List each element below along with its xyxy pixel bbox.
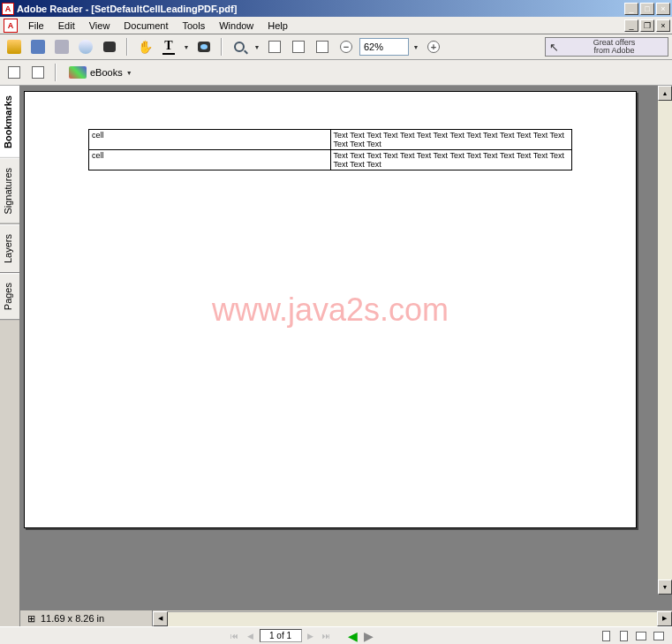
chevron-down-icon: ▼ [413, 44, 419, 50]
fit-page-icon [292, 41, 305, 53]
separator [55, 64, 57, 81]
actual-size-button[interactable] [264, 36, 285, 57]
zoom-in-button[interactable]: + [423, 36, 444, 57]
zoom-level-dropdown[interactable]: ▼ [412, 44, 420, 50]
horizontal-scrollbar-row: ⊞ 11.69 x 8.26 in ◀ ▶ [20, 610, 672, 626]
sidebar-tab-bookmarks[interactable]: Bookmarks [0, 86, 19, 158]
magnifier-icon [234, 42, 245, 52]
separator [221, 38, 223, 56]
sidebar-tab-layers[interactable]: Layers [0, 224, 19, 273]
select-dropdown[interactable]: ▼ [182, 44, 191, 50]
page-dimensions: 11.69 x 8.26 in [41, 613, 104, 624]
plus-icon: + [427, 41, 440, 53]
open-icon [7, 40, 21, 54]
page-navigation: ⏮ ◀ 1 of 1 ▶ ⏭ ◀ ▶ [228, 629, 376, 643]
document-viewport[interactable]: cell Text Text Text Text Text Text Text … [20, 86, 672, 610]
first-page-button[interactable]: ⏮ [228, 629, 242, 643]
binoculars-icon [103, 42, 116, 52]
ebooks-label: eBooks [90, 67, 123, 78]
horizontal-scrollbar[interactable]: ◀ ▶ [153, 611, 672, 626]
menu-edit[interactable]: Edit [51, 19, 82, 33]
grid-icon: ⊞ [27, 613, 35, 625]
actual-size-icon [268, 41, 281, 53]
facing-view-button[interactable] [633, 629, 649, 643]
save-icon [31, 40, 45, 54]
nav-tool-button-2[interactable] [27, 62, 49, 83]
continuous-icon [620, 631, 628, 641]
camera-icon [198, 42, 210, 52]
vertical-scrollbar[interactable]: ▲ ▼ [657, 86, 672, 595]
view-mode-buttons [598, 629, 667, 643]
menu-view[interactable]: View [82, 19, 117, 33]
zoom-out-button[interactable]: − [336, 36, 357, 57]
search-button[interactable] [99, 36, 120, 57]
toolbar-main: ✋ T ▼ ▼ − 62% ▼ + ↖ Great offers from Ad… [0, 34, 672, 60]
page-icon [8, 66, 20, 79]
continuous-facing-view-button[interactable] [651, 629, 667, 643]
menu-document[interactable]: Document [117, 19, 175, 33]
doc-icon: A [4, 19, 18, 33]
menu-window[interactable]: Window [212, 19, 260, 33]
app-name: Adobe Reader [17, 4, 83, 14]
single-page-view-button[interactable] [598, 629, 614, 643]
scroll-down-button[interactable]: ▼ [658, 580, 672, 595]
scrollbar-track[interactable] [658, 101, 672, 580]
watermark: www.java2s.com [212, 292, 449, 329]
sidebar-tab-pages[interactable]: Pages [0, 273, 19, 320]
menu-help[interactable]: Help [260, 19, 295, 33]
select-text-button[interactable]: T [158, 36, 179, 57]
back-button[interactable]: ◀ [346, 629, 360, 643]
offer-text: Great offers from Adobe [564, 39, 664, 55]
sidebar: Bookmarks Signatures Layers Pages [0, 86, 20, 626]
continuous-view-button[interactable] [615, 629, 631, 643]
doc-minimize-button[interactable]: _ [624, 19, 638, 32]
table-row: cell Text Text Text Text Text Text Text … [89, 130, 572, 150]
content-area: cell Text Text Text Text Text Text Text … [20, 86, 672, 626]
email-button[interactable] [75, 36, 96, 57]
hand-tool-button[interactable]: ✋ [134, 36, 155, 57]
page-number-input[interactable]: 1 of 1 [260, 629, 302, 642]
prev-page-button[interactable]: ◀ [244, 629, 258, 643]
table-cell: Text Text Text Text Text Text Text Text … [330, 130, 572, 150]
toolbar-secondary: eBooks ▼ [0, 60, 672, 86]
doc-close-button[interactable]: × [656, 19, 670, 32]
print-button[interactable] [51, 36, 72, 57]
doc-restore-button[interactable]: ❐ [640, 19, 654, 32]
close-button[interactable]: × [656, 3, 670, 15]
open-button[interactable] [4, 36, 25, 57]
scroll-left-button[interactable]: ◀ [153, 611, 168, 626]
fit-width-icon [316, 41, 328, 53]
minus-icon: − [340, 41, 352, 53]
chevron-down-icon: ▼ [184, 44, 190, 50]
scroll-right-button[interactable]: ▶ [657, 611, 672, 626]
nav-tool-button[interactable] [4, 62, 25, 83]
maximize-button[interactable]: □ [640, 3, 654, 15]
scroll-up-button[interactable]: ▲ [658, 86, 672, 101]
table-cell: cell [89, 150, 331, 170]
mail-icon [79, 40, 93, 54]
adobe-offer-button[interactable]: ↖ Great offers from Adobe [545, 37, 668, 57]
forward-button[interactable]: ▶ [362, 629, 376, 643]
save-button[interactable] [27, 36, 49, 57]
snapshot-button[interactable] [193, 36, 215, 57]
fit-width-button[interactable] [312, 36, 333, 57]
last-page-button[interactable]: ⏭ [320, 629, 334, 643]
next-page-button[interactable]: ▶ [304, 629, 318, 643]
window-title: Adobe Reader - [SetDefaultCellLeadingPDF… [17, 4, 623, 14]
zoom-input[interactable]: 62% [359, 38, 409, 56]
zoom-dropdown[interactable]: ▼ [253, 44, 261, 50]
doc-name: [SetDefaultCellLeadingPDF.pdf] [91, 4, 237, 14]
titlebar: A Adobe Reader - [SetDefaultCellLeadingP… [0, 0, 672, 17]
cursor-icon: ↖ [549, 41, 559, 54]
menu-file[interactable]: File [21, 19, 51, 33]
sidebar-tab-signatures[interactable]: Signatures [0, 158, 19, 224]
continuous-facing-icon [653, 632, 664, 640]
scrollbar-track[interactable] [168, 611, 657, 626]
fit-page-button[interactable] [288, 36, 309, 57]
minimize-button[interactable]: _ [624, 3, 638, 15]
table-row: cell Text Text Text Text Text Text Text … [89, 150, 572, 170]
menu-tools[interactable]: Tools [176, 19, 213, 33]
table-cell: Text Text Text Text Text Text Text Text … [330, 150, 572, 170]
ebooks-button[interactable]: eBooks ▼ [63, 64, 139, 81]
zoom-tool-button[interactable] [229, 36, 250, 57]
